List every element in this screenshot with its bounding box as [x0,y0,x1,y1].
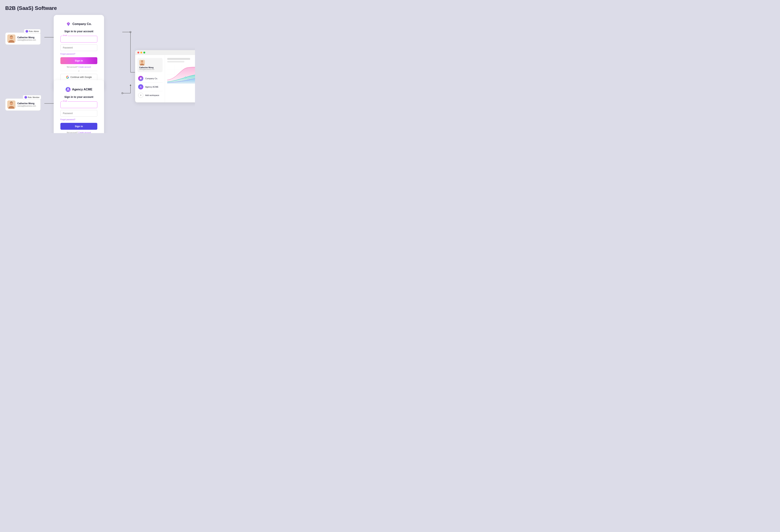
ws-user-avatar [139,60,145,65]
ws-name-add: Add workspace [145,94,159,96]
role-icon-member [25,96,27,99]
ws-dot-green[interactable] [143,52,145,53]
user-email-admin: cwong@business.com [17,39,38,41]
sign-in-btn-company[interactable]: Sign in [60,57,97,64]
email-field-agency: Email [60,101,97,108]
password-field-company [60,44,97,51]
svg-point-24 [185,77,186,78]
email-input-agency[interactable] [60,101,97,108]
ws-chart [167,65,195,84]
ws-icon-company [138,76,143,81]
create-account-link-agency[interactable]: Create account [78,132,91,133]
divider-company: or [60,70,97,72]
card-title-agency: Sign in to your account [60,95,97,98]
ws-item-add[interactable]: + Add workspace [137,91,162,99]
ws-add-icon: + [138,93,143,98]
svg-point-12 [121,92,123,94]
page-title: B2B (SaaS) Software [0,0,195,11]
login-card-company: Company Co. Sign in to your account Emai… [54,15,104,90]
create-account-agency: Not account? Create account [60,132,97,133]
avatar-admin [7,35,15,43]
ws-header-bar2 [167,61,184,62]
brand-agency: Agency ACME [60,87,97,92]
forgot-link-company[interactable]: Forgot password? [60,53,97,55]
role-badge-admin: Role: Admin [24,29,41,34]
login-card-agency: Agency ACME Sign in to your account Emai… [54,80,104,133]
ws-sidebar: Catherine Wong cwong@business.com Compan… [135,55,165,102]
brand-name-company: Company Co. [72,22,92,26]
password-field-agency [60,110,97,117]
ws-item-agency[interactable]: Agency ACME [137,83,162,91]
create-account-link-company[interactable]: Create account [78,66,91,68]
ws-dot-red[interactable] [137,52,139,53]
workspace-panel: Catherine Wong cwong@business.com Compan… [135,50,195,102]
sign-in-btn-agency[interactable]: Sign in [60,123,97,130]
user-name-admin: Catherine Wong [17,36,38,39]
user-card-member: Catherine Wong cwong@business.com [5,98,41,111]
forgot-link-agency[interactable]: Forgot password? [60,118,97,120]
ws-user-email: cwong@business.com [139,68,161,70]
card-title-company: Sign in to your account [60,30,97,33]
brand-name-agency: Agency ACME [72,88,93,91]
company-logo-icon [66,21,71,27]
svg-point-11 [130,31,131,33]
ws-toolbar [135,50,195,55]
user-name-member: Catherine Wong [17,102,38,105]
ws-item-company[interactable]: Company Co. [137,75,162,83]
google-icon-company [66,76,69,79]
password-input-agency[interactable] [60,110,97,117]
email-field-company: Email [60,36,97,43]
svg-marker-10 [130,84,131,86]
ws-body: Catherine Wong cwong@business.com Compan… [135,55,195,102]
create-account-company: Not account? Create account [60,66,97,68]
password-input-company[interactable] [60,44,97,51]
ws-header-bar [167,58,190,60]
agency-logo-icon [65,87,71,92]
email-input-company[interactable] [60,36,97,43]
google-btn-company[interactable]: Continue with Google [60,74,97,81]
user-info-member: Catherine Wong cwong@business.com [17,102,38,107]
ws-dot-yellow[interactable] [140,52,142,53]
ws-main [165,55,195,102]
role-icon-admin [26,30,28,33]
ws-name-agency: Agency ACME [145,86,158,88]
user-email-member: cwong@business.com [17,105,38,107]
ws-user-name: Catherine Wong [139,66,161,68]
ws-icon-agency [138,84,143,90]
avatar-member [7,100,15,109]
ws-user-profile: Catherine Wong cwong@business.com [137,58,162,72]
role-badge-member: Role: Member [23,95,41,100]
user-info-admin: Catherine Wong cwong@business.com [17,36,38,41]
ws-name-company: Company Co. [145,77,158,80]
brand-company: Company Co. [60,21,97,27]
user-card-admin: Catherine Wong cwong@business.com [5,33,41,45]
